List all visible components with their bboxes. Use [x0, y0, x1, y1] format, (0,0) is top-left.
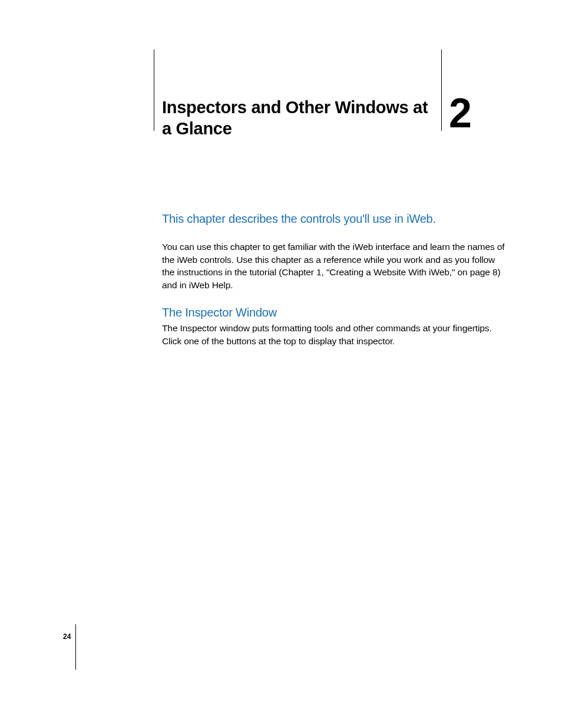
chapter-title: Inspectors and Other Windows at a Glance: [162, 97, 433, 140]
page-number: 24: [63, 633, 71, 641]
chapter-number: 2: [449, 90, 471, 137]
section-heading: The Inspector Window: [162, 306, 277, 319]
body-paragraph: You can use this chapter to get familiar…: [162, 241, 508, 292]
body-paragraph: The Inspector window puts formatting too…: [162, 322, 498, 347]
chapter-intro: This chapter describes the controls you'…: [162, 211, 492, 226]
rule-decoration: [154, 50, 154, 131]
rule-decoration: [441, 50, 442, 131]
rule-decoration: [75, 624, 76, 670]
